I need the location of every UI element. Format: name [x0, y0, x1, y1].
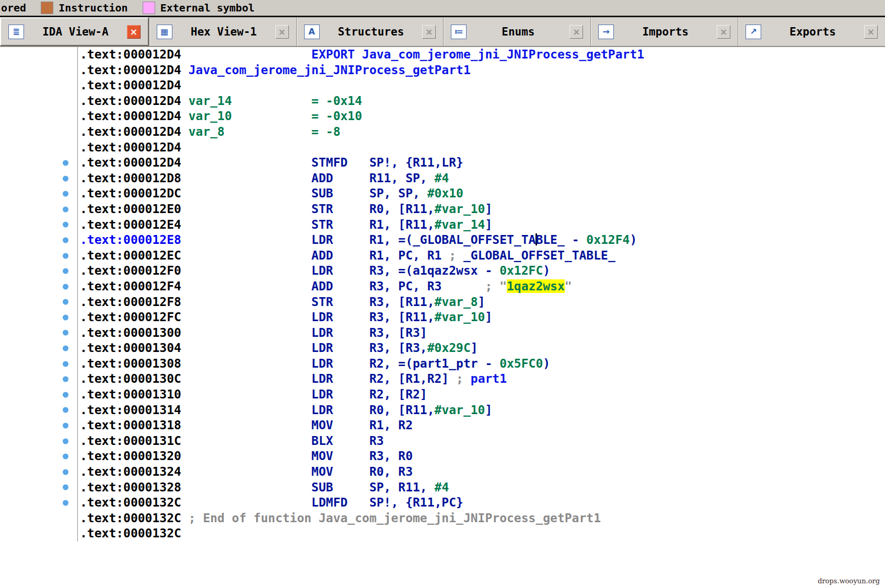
disasm-line[interactable]: .text:000012D4 Java_com_jerome_jni_JNIPr… — [0, 63, 885, 78]
instruction-color-swatch — [41, 2, 53, 14]
disasm-text: .text:00001308 LDR R2, =(part1_ptr - 0x5… — [78, 356, 550, 372]
disasm-text: .text:000012F8 STR R3, [R11,#var_8] — [78, 295, 485, 310]
instruction-dot-icon — [63, 423, 68, 429]
close-tab-icon[interactable]: × — [275, 25, 289, 39]
hex-view-1-icon: ▦ — [157, 25, 172, 39]
disasm-line[interactable]: .text:000012D4 — [0, 78, 885, 93]
instruction-dot-icon — [63, 175, 68, 181]
disasm-line[interactable]: .text:00001314 LDR R0, [R11,#var_10] — [0, 403, 885, 418]
line-gutter — [0, 248, 78, 264]
instruction-dot-icon — [63, 330, 68, 336]
disasm-text: .text:000012E0 STR R0, [R11,#var_10] — [78, 202, 492, 217]
disasm-line[interactable]: .text:00001318 MOV R1, R2 — [0, 418, 885, 433]
line-gutter — [0, 140, 78, 156]
tab-ida-view-a[interactable]: ≣IDA View-A× — [0, 17, 149, 46]
line-gutter — [0, 63, 78, 78]
disasm-line[interactable]: .text:000012E8 LDR R1, =(_GLOBAL_OFFSET_… — [0, 232, 885, 248]
instruction-dot-icon — [63, 469, 68, 475]
disasm-line[interactable]: .text:000012D4 STMFD SP!, {R11,LR} — [0, 155, 885, 171]
disasm-line[interactable]: .text:00001328 SUB SP, R11, #4 — [0, 480, 885, 496]
instruction-dot-icon — [63, 377, 68, 382]
line-gutter — [0, 511, 78, 526]
disasm-line[interactable]: .text:000012FC LDR R3, [R11,#var_10] — [0, 310, 885, 325]
line-gutter — [0, 171, 78, 186]
instruction-dot-icon — [63, 438, 68, 444]
line-gutter — [0, 217, 78, 233]
disasm-text: .text:0000132C ; End of function Java_co… — [78, 511, 601, 526]
instruction-dot-icon — [63, 222, 68, 228]
legend-bar: ored InstructionExternal symbol — [0, 0, 885, 17]
disasm-text: .text:000012EC ADD R1, PC, R1 ; _GLOBAL_… — [78, 248, 615, 264]
instruction-dot-icon — [63, 485, 68, 490]
disasm-line[interactable]: .text:000012F8 STR R3, [R11,#var_8] — [0, 295, 885, 310]
instruction-dot-icon — [63, 268, 68, 274]
tab-label-structures: Structures — [326, 26, 416, 38]
tab-imports[interactable]: →Imports× — [590, 17, 738, 46]
disasm-line[interactable]: .text:000012F0 LDR R3, =(a1qaz2wsx - 0x1… — [0, 263, 885, 279]
disasm-text: .text:0000131C BLX R3 — [78, 433, 384, 449]
line-gutter — [0, 340, 78, 356]
structures-icon: A — [304, 25, 320, 39]
disasm-line[interactable]: .text:000012E0 STR R0, [R11,#var_10] — [0, 202, 885, 217]
line-gutter — [0, 124, 78, 140]
instruction-dot-icon — [63, 361, 68, 367]
line-gutter — [0, 202, 78, 217]
disasm-text: .text:000012D8 ADD R11, SP, #4 — [78, 171, 449, 186]
disasm-line[interactable]: .text:00001320 MOV R3, R0 — [0, 449, 885, 464]
disasm-line[interactable]: .text:0000132C ; End of function Java_co… — [0, 511, 885, 526]
line-gutter — [0, 232, 78, 248]
close-tab-icon[interactable]: × — [422, 25, 436, 39]
disasm-line[interactable]: .text:000012D4 EXPORT Java_com_jerome_jn… — [0, 47, 885, 63]
line-gutter — [0, 78, 78, 93]
line-gutter — [0, 47, 78, 63]
disasm-line[interactable]: .text:000012E4 STR R1, [R11,#var_14] — [0, 217, 885, 233]
instruction-dot-icon — [63, 500, 68, 506]
disasm-text: .text:000012E4 STR R1, [R11,#var_14] — [78, 217, 492, 233]
disasm-text: .text:000012E8 LDR R1, =(_GLOBAL_OFFSET_… — [78, 232, 637, 248]
tab-hex-view-1[interactable]: ▦Hex View-1× — [149, 17, 296, 46]
instruction-dot-icon — [63, 206, 68, 212]
line-gutter — [0, 325, 78, 341]
instruction-dot-icon — [63, 454, 68, 460]
tab-exports[interactable]: ↗Exports× — [738, 17, 885, 46]
disasm-line[interactable]: .text:00001304 LDR R3, [R3,#0x29C] — [0, 340, 885, 356]
tab-enums[interactable]: ≔Enums× — [443, 17, 590, 46]
close-tab-icon[interactable]: × — [864, 25, 878, 39]
disasm-line[interactable]: .text:0000132C — [0, 526, 885, 542]
tab-label-hex-view-1: Hex View-1 — [179, 26, 269, 38]
disasm-line[interactable]: .text:00001310 LDR R2, [R2] — [0, 387, 885, 403]
disasm-line[interactable]: .text:0000130C LDR R2, [R1,R2] ; part1 — [0, 371, 885, 387]
disasm-line[interactable]: .text:000012D8 ADD R11, SP, #4 — [0, 171, 885, 186]
line-gutter — [0, 155, 78, 171]
instruction-dot-icon — [63, 253, 68, 258]
tab-bar: ≣IDA View-A×▦Hex View-1×AStructures×≔Enu… — [0, 17, 885, 47]
disasm-line[interactable]: .text:000012EC ADD R1, PC, R1 ; _GLOBAL_… — [0, 248, 885, 264]
disasm-line[interactable]: .text:000012F4 ADD R3, PC, R3 ; "1qaz2ws… — [0, 279, 885, 295]
disasm-text: .text:000012D4 EXPORT Java_com_jerome_jn… — [78, 47, 644, 63]
line-gutter — [0, 356, 78, 372]
line-gutter — [0, 186, 78, 202]
close-tab-icon[interactable]: × — [569, 25, 583, 39]
disasm-line[interactable]: .text:0000131C BLX R3 — [0, 433, 885, 449]
instruction-dot-icon — [63, 160, 68, 166]
disasm-line[interactable]: .text:000012DC SUB SP, SP, #0x10 — [0, 186, 885, 202]
disasm-line[interactable]: .text:000012D4 var_8 = -8 — [0, 124, 885, 140]
disasm-text: .text:00001318 MOV R1, R2 — [78, 418, 413, 433]
close-tab-icon[interactable]: × — [127, 25, 141, 39]
disasm-line[interactable]: .text:00001308 LDR R2, =(part1_ptr - 0x5… — [0, 356, 885, 372]
tab-label-enums: Enums — [473, 26, 563, 38]
legend-label-instruction: Instruction — [59, 2, 127, 14]
ida-view-a-icon: ≣ — [8, 25, 24, 39]
line-gutter — [0, 295, 78, 310]
disasm-line[interactable]: .text:000012D4 var_14 = -0x14 — [0, 93, 885, 109]
tab-structures[interactable]: AStructures× — [296, 17, 444, 46]
disasm-line[interactable]: .text:0000132C LDMFD SP!, {R11,PC} — [0, 495, 885, 511]
disasm-line[interactable]: .text:00001324 MOV R0, R3 — [0, 464, 885, 480]
disasm-line[interactable]: .text:00001300 LDR R3, [R3] — [0, 325, 885, 341]
line-gutter — [0, 495, 78, 511]
line-gutter — [0, 433, 78, 449]
disasm-line[interactable]: .text:000012D4 — [0, 140, 885, 156]
disasm-line[interactable]: .text:000012D4 var_10 = -0x10 — [0, 109, 885, 124]
disasm-text: .text:000012DC SUB SP, SP, #0x10 — [78, 186, 463, 202]
close-tab-icon[interactable]: × — [717, 25, 730, 39]
